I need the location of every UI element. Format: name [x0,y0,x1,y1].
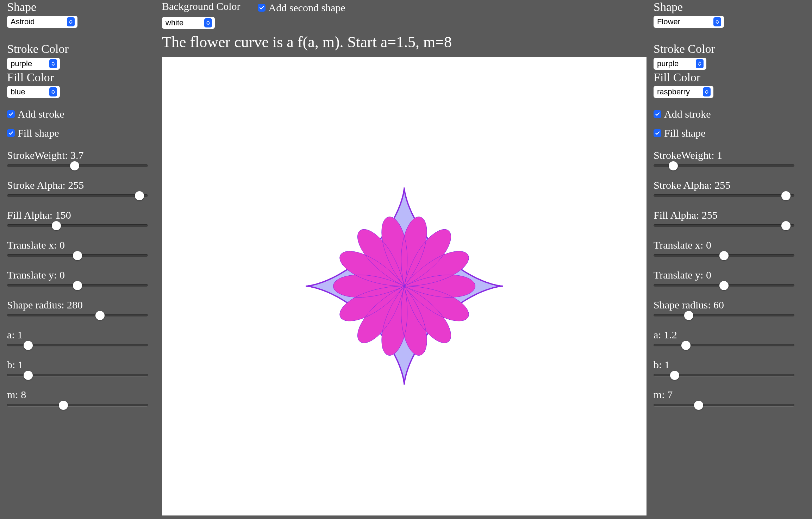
slider-thumb[interactable] [59,401,68,410]
slider-thumb[interactable] [719,281,729,290]
slider-thumb[interactable] [52,221,61,230]
shape-radius-slider[interactable] [7,312,148,319]
chevron-updown-icon [696,59,704,68]
translate-y-slider[interactable] [7,282,148,289]
slider-thumb[interactable] [73,251,82,260]
slider-thumb[interactable] [95,311,105,320]
b-slider-group-2: b: 1 [654,359,805,379]
a-slider-2[interactable] [654,342,794,349]
slider-thumb[interactable] [24,341,33,350]
shape-radius-slider-2[interactable] [654,312,794,319]
m-slider-group-2: m: 7 [654,389,805,409]
slider-thumb[interactable] [135,191,144,200]
slider-thumb[interactable] [719,251,729,260]
check-icon [655,111,660,117]
add-stroke-checkbox-2[interactable] [654,110,661,118]
fill-color-select[interactable]: blue [7,86,60,98]
m-slider-2[interactable] [654,402,794,409]
subtitle-text: The flower curve is a f(a, m). Start a=1… [162,33,647,52]
translate-y-slider-group: Translate y: 0 [7,269,155,289]
shape-radius-label: Shape radius: 280 [7,299,155,311]
add-stroke-checkbox-row-2: Add stroke [654,108,805,120]
fill-color-label-2: Fill Color [654,70,805,85]
fill-alpha-slider-group: Fill Alpha: 150 [7,209,155,229]
slider-thumb[interactable] [70,161,79,170]
stroke-color-select-2[interactable]: purple [654,58,706,70]
check-icon [8,130,14,136]
add-second-shape-checkbox[interactable] [258,4,266,12]
translate-y-slider-2[interactable] [654,282,794,289]
stroke-alpha-slider[interactable] [7,192,148,199]
check-icon [655,130,660,136]
translate-x-slider[interactable] [7,252,148,259]
stroke-alpha-slider-group-2: Stroke Alpha: 255 [654,179,805,199]
fill-alpha-slider[interactable] [7,222,148,229]
check-icon [259,5,264,11]
translate-y-label: Translate y: 0 [7,269,155,281]
shape-radius-slider-group-2: Shape radius: 60 [654,299,805,319]
chevron-updown-icon [204,18,212,27]
slider-thumb[interactable] [681,341,691,350]
bg-color-select[interactable]: white [162,17,215,29]
stroke-color-label: Stroke Color [7,42,155,56]
center-area: Background Color white Add second shape … [158,0,650,515]
stroke-color-select[interactable]: purple [7,58,60,70]
bg-color-value: white [165,18,183,27]
svg-marker-1 [333,217,475,355]
b-slider-2[interactable] [654,372,794,379]
left-panel: Shape Astroid Stroke Color purple Fill C… [4,0,158,515]
m-label: m: 8 [7,389,155,400]
add-stroke-label: Add stroke [18,108,64,120]
translate-x-slider-group: Translate x: 0 [7,239,155,259]
a-slider-group: a: 1 [7,329,155,349]
fill-shape-checkbox-2[interactable] [654,129,661,137]
b-slider[interactable] [7,372,148,379]
slider-thumb[interactable] [670,371,679,380]
slider-thumb[interactable] [24,371,33,380]
center-top-row: Background Color white Add second shape [162,0,647,29]
fill-alpha-label: Fill Alpha: 150 [7,209,155,221]
b-label-2: b: 1 [654,359,805,370]
stroke-weight-slider[interactable] [7,162,148,169]
bg-color-label: Background Color [162,0,240,13]
fill-color-value-2: raspberry [657,87,690,96]
a-label-2: a: 1.2 [654,329,805,340]
translate-x-slider-group-2: Translate x: 0 [654,239,805,259]
stroke-color-value: purple [11,59,32,68]
m-slider[interactable] [7,402,148,409]
slider-thumb[interactable] [781,221,791,230]
drawing-canvas [162,57,647,515]
add-stroke-checkbox[interactable] [7,110,15,118]
app-root: Shape Astroid Stroke Color purple Fill C… [0,0,812,519]
fill-shape-checkbox-row-2: Fill shape [654,127,805,139]
fill-alpha-slider-2[interactable] [654,222,794,229]
a-slider[interactable] [7,342,148,349]
shape-select[interactable]: Astroid [7,16,77,28]
translate-y-label-2: Translate y: 0 [654,269,805,281]
translate-x-slider-2[interactable] [654,252,794,259]
slider-thumb[interactable] [669,161,678,170]
stroke-color-value-2: purple [657,59,679,68]
chevron-updown-icon [703,87,711,96]
stroke-weight-slider-2[interactable] [654,162,794,169]
fill-color-select-2[interactable]: raspberry [654,86,713,98]
slider-thumb[interactable] [684,311,693,320]
a-label: a: 1 [7,329,155,340]
chevron-updown-icon [49,59,57,68]
stroke-color-label-2: Stroke Color [654,42,805,56]
stroke-weight-slider-group-2: StrokeWeight: 1 [654,149,805,169]
add-stroke-label-2: Add stroke [664,108,711,120]
add-second-shape-label: Add second shape [268,1,345,14]
shape-label-2: Shape [654,0,805,14]
slider-thumb[interactable] [781,191,791,200]
chevron-updown-icon [49,87,57,96]
fill-alpha-label-2: Fill Alpha: 255 [654,209,805,221]
shape-select-2[interactable]: Flower [654,16,724,28]
stroke-alpha-slider-2[interactable] [654,192,794,199]
translate-y-slider-group-2: Translate y: 0 [654,269,805,289]
fill-shape-checkbox[interactable] [7,129,15,137]
shape-select-value-2: Flower [657,17,680,26]
slider-thumb[interactable] [694,401,703,410]
add-stroke-checkbox-row: Add stroke [7,108,155,120]
slider-thumb[interactable] [73,281,82,290]
